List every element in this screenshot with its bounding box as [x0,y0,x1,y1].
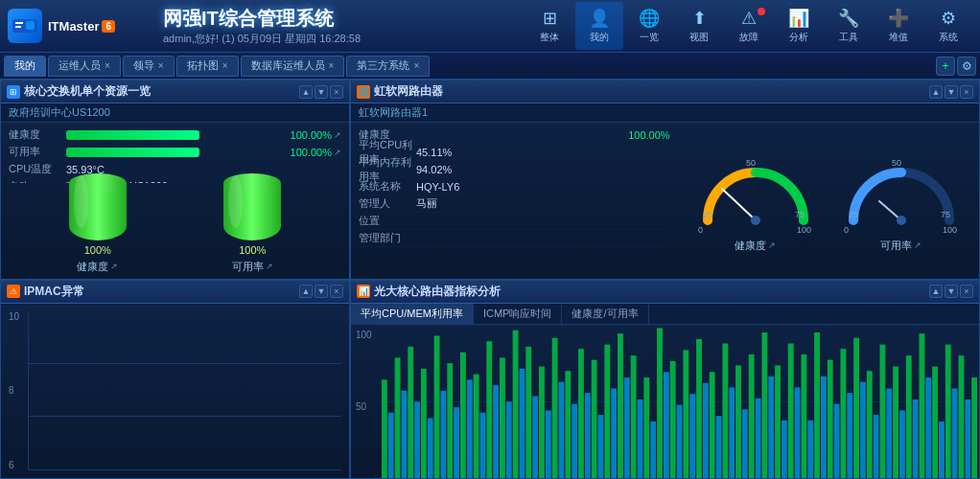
nav-gongju[interactable]: 🔧 工具 [825,2,873,50]
settings-view-btn[interactable]: ⚙ [957,57,976,76]
nav-xitong[interactable]: ⚙ 系统 [924,2,972,50]
svg-rect-105 [932,366,938,478]
subtitle: admin,您好! (1) 05月09日 星期四 16:28:58 [163,32,525,46]
nav-gongju-icon: 🔧 [838,8,859,29]
cylinder-health: 100% 健康度 ↗ [69,173,127,274]
svg-rect-1 [15,22,23,24]
svg-rect-65 [670,360,676,478]
nav-guzhang[interactable]: ⚠ 故障 [725,2,773,50]
right-top-panel-up[interactable]: ▲ [929,85,943,99]
right-top-panel-controls: ▲ ▼ × [929,85,973,99]
rt-info-row-loc: 位置 [359,213,670,230]
svg-rect-50 [572,403,577,478]
nav-duizhi-icon: ➕ [888,8,909,29]
ipmac-up[interactable]: ▲ [299,285,313,298]
svg-rect-49 [565,371,571,478]
add-view-btn[interactable]: + [936,57,955,76]
tab-tuopotu-label: 拓扑图 [187,58,219,73]
chart-tab-cpu[interactable]: 平均CPU/MEM利用率 [351,304,474,324]
svg-rect-32 [454,406,459,478]
nav-yilan[interactable]: 🌐 一览 [625,2,673,50]
svg-rect-56 [611,388,617,478]
tab-lingdao[interactable]: 领导 × [123,56,175,77]
ipmac-grid [28,311,341,471]
svg-rect-100 [899,410,905,478]
ipmac-y-6: 6 [9,460,19,470]
svg-rect-108 [952,388,958,478]
nav-wode[interactable]: 👤 我的 [575,2,623,50]
tab-yunwei-close[interactable]: × [105,60,110,71]
tab-shujuku-close[interactable]: × [329,60,335,71]
chart-tab-health[interactable]: 健康度/可用率 [562,304,648,324]
nav-icons: ⊞ 整体 👤 我的 🌐 一览 ⬆ 视图 ⚠ 故障 📊 分析 🔧 工具 [525,2,980,50]
chart-controls: ▲ ▼ × [929,285,973,298]
ipmac-close[interactable]: × [330,285,343,298]
grid-line-2 [29,416,341,417]
svg-rect-27 [421,368,427,478]
chart-up[interactable]: ▲ [929,285,943,298]
svg-rect-98 [886,388,892,478]
left-top-panel-close[interactable]: × [330,85,343,99]
svg-text:50: 50 [892,158,901,168]
svg-rect-51 [578,349,584,478]
rt-info-row-dept: 管理部门 [359,230,670,247]
right-top-panel-icon: 🌐 [357,85,370,99]
nav-guzhang-label: 故障 [739,31,758,44]
svg-rect-37 [486,341,492,478]
ipmac-body: 10 8 6 [1,304,349,479]
right-top-panel-close[interactable]: × [960,85,973,99]
tab-tuopotu[interactable]: 拓扑图 × [176,56,239,77]
svg-rect-46 [546,410,551,478]
chart-icon: 📊 [357,285,370,298]
left-top-panel-down[interactable]: ▼ [315,85,328,99]
nav-zhengti[interactable]: ⊞ 整体 [525,2,573,50]
right-top-panel-down[interactable]: ▼ [945,85,958,99]
svg-text:0: 0 [844,225,849,235]
rt-info-row-sysname: 系统名称 HQY-LY6 [359,178,670,195]
logo-icon [8,9,42,43]
cylinder-avail: 100% 可用率 ↗ [223,173,281,274]
rt-sysname-label: 系统名称 [359,179,416,194]
version-badge: 6 [102,20,115,33]
avail-bar-fill [66,148,199,157]
tab-yunwei[interactable]: 运维人员 × [48,56,121,77]
tab-tuopotu-close[interactable]: × [222,60,228,71]
left-top-panel-up[interactable]: ▲ [299,85,313,99]
nav-fenxi[interactable]: 📊 分析 [775,2,823,50]
svg-rect-47 [552,337,558,478]
tab-shujuku[interactable]: 数据库运维人员 × [241,56,345,77]
nav-yilan-label: 一览 [640,31,659,44]
tab-wode-label: 我的 [14,58,35,73]
tab-lingdao-close[interactable]: × [158,60,164,71]
nav-duizhi[interactable]: ➕ 堆值 [875,2,922,50]
info-row-cpu-temp: CPU温度 35.93°C [9,161,341,178]
chart-down[interactable]: ▼ [945,285,958,298]
svg-text:50: 50 [746,158,756,168]
svg-rect-22 [388,412,394,478]
chart-canvas-area [380,325,979,479]
chart-close[interactable]: × [960,285,973,298]
bar-chart-svg [380,325,979,479]
tab-disan-close[interactable]: × [413,60,419,71]
svg-rect-89 [828,359,833,478]
svg-rect-62 [650,421,656,478]
right-top-panel-header: 🌐 虹软网路由器 ▲ ▼ × [351,80,979,103]
ipmac-down[interactable]: ▼ [315,285,328,298]
rt-mgr-label: 管理人 [359,196,416,211]
alert-dot [758,8,765,15]
svg-rect-61 [643,377,649,478]
tab-wode[interactable]: 我的 [4,56,46,77]
ipmac-y-8: 8 [9,385,19,396]
svg-rect-93 [853,337,859,478]
svg-rect-82 [782,420,787,478]
grid-line-1 [29,363,341,364]
tab-disan[interactable]: 第三方系统 × [346,56,430,77]
svg-rect-88 [821,376,827,478]
toolbar: 我的 运维人员 × 领导 × 拓扑图 × 数据库运维人员 × 第三方系统 × +… [0,53,980,80]
nav-shitu[interactable]: ⬆ 视图 [675,2,723,50]
svg-rect-104 [925,377,931,478]
top-panels-row: ⊞ 核心交换机单个资源一览 ▲ ▼ × 政府培训中心US1200 健康度 [0,80,980,280]
nav-wode-icon: 👤 [589,8,610,29]
svg-rect-42 [520,368,525,478]
chart-tab-icmp[interactable]: ICMP响应时间 [474,304,563,324]
